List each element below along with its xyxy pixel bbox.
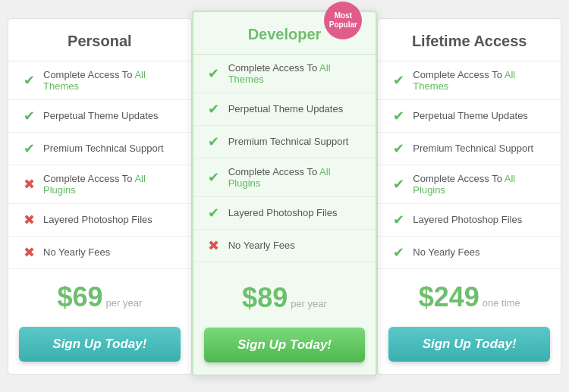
feature-row-plugins: ✔Complete Access To All Plugins	[193, 158, 376, 197]
feature-row-support: ✔Premium Technical Support	[378, 133, 561, 165]
plan-personal-price: $69per year	[8, 269, 191, 321]
feature-row-updates: ✔Perpetual Theme Updates	[8, 100, 191, 133]
check-icon: ✔	[390, 108, 407, 124]
feature-text-themes: Complete Access To All Themes	[43, 69, 179, 92]
feature-row-plugins: ✖Complete Access To All Plugins	[8, 165, 191, 204]
check-icon: ✔	[390, 244, 407, 261]
feature-text-themes: Complete Access To All Themes	[413, 69, 549, 92]
check-icon: ✔	[20, 108, 37, 124]
check-icon: ✔	[390, 72, 407, 89]
plan-personal: Personal✔Complete Access To All Themes✔P…	[8, 18, 192, 375]
feature-text-photoshop: Layered Photoshop Files	[228, 207, 338, 218]
price-period: per year	[291, 298, 327, 309]
plan-lifetime-price: $249one time	[378, 269, 561, 321]
feature-row-themes: ✔Complete Access To All Themes	[193, 55, 376, 93]
feature-row-themes: ✔Complete Access To All Themes	[8, 61, 191, 100]
check-icon: ✔	[390, 212, 407, 228]
feature-row-themes: ✔Complete Access To All Themes	[378, 61, 561, 100]
check-icon: ✔	[390, 176, 407, 193]
feature-text-themes: Complete Access To All Themes	[228, 62, 364, 85]
signup-button-developer[interactable]: Sign Up Today!	[204, 328, 366, 362]
pricing-container: Personal✔Complete Access To All Themes✔P…	[0, 11, 569, 382]
plan-developer: DeveloperMost Popular✔Complete Access To…	[192, 11, 378, 376]
signup-button-personal[interactable]: Sign Up Today!	[19, 327, 181, 362]
feature-text-updates: Perpetual Theme Updates	[413, 110, 528, 121]
feature-text-plugins: Complete Access To All Plugins	[413, 173, 549, 196]
plan-lifetime-features: ✔Complete Access To All Themes✔Perpetual…	[378, 61, 561, 269]
price-period: per year	[106, 297, 143, 309]
feature-row-fees: ✖No Yearly Fees	[193, 230, 376, 262]
feature-text-fees: No Yearly Fees	[43, 246, 110, 258]
plan-developer-price: $89per year	[193, 270, 376, 321]
price-amount: $89	[242, 282, 288, 313]
feature-text-plugins: Complete Access To All Plugins	[43, 173, 179, 196]
check-icon: ✔	[390, 140, 407, 157]
feature-row-plugins: ✔Complete Access To All Plugins	[378, 165, 561, 204]
price-amount: $249	[419, 281, 479, 312]
cross-icon: ✖	[20, 176, 37, 193]
feature-text-support: Premium Technical Support	[228, 136, 349, 147]
check-icon: ✔	[206, 65, 222, 82]
check-icon: ✔	[206, 133, 222, 150]
price-period: one time	[483, 297, 520, 309]
feature-row-photoshop: ✖Layered Photoshop Files	[8, 204, 191, 237]
feature-text-support: Premium Technical Support	[43, 143, 164, 154]
feature-row-fees: ✔No Yearly Fees	[378, 237, 561, 269]
check-icon: ✔	[20, 72, 37, 89]
price-amount: $69	[57, 281, 102, 312]
feature-row-photoshop: ✔Layered Photoshop Files	[193, 197, 376, 230]
feature-row-updates: ✔Perpetual Theme Updates	[378, 100, 561, 133]
feature-row-fees: ✖No Yearly Fees	[8, 237, 191, 269]
plan-developer-features: ✔Complete Access To All Themes✔Perpetual…	[193, 55, 376, 270]
check-icon: ✔	[20, 140, 37, 157]
plan-lifetime: Lifetime Access✔Complete Access To All T…	[377, 18, 561, 375]
feature-text-photoshop: Layered Photoshop Files	[413, 214, 522, 225]
cross-icon: ✖	[206, 237, 222, 254]
feature-text-support: Premium Technical Support	[413, 143, 533, 154]
feature-text-photoshop: Layered Photoshop Files	[43, 214, 152, 225]
most-popular-badge: Most Popular	[324, 2, 362, 39]
signup-button-lifetime[interactable]: Sign Up Today!	[388, 327, 550, 362]
plan-personal-features: ✔Complete Access To All Themes✔Perpetual…	[8, 61, 191, 269]
cross-icon: ✖	[20, 244, 37, 261]
feature-text-fees: No Yearly Fees	[228, 240, 295, 251]
plan-lifetime-header: Lifetime Access	[378, 19, 561, 61]
feature-text-updates: Perpetual Theme Updates	[228, 103, 344, 114]
feature-row-support: ✔Premium Technical Support	[8, 133, 191, 165]
feature-text-updates: Perpetual Theme Updates	[43, 110, 159, 121]
plan-personal-header: Personal	[8, 19, 191, 61]
check-icon: ✔	[206, 169, 222, 186]
cross-icon: ✖	[20, 212, 37, 228]
feature-row-support: ✔Premium Technical Support	[193, 126, 376, 158]
check-icon: ✔	[206, 205, 222, 221]
feature-text-fees: No Yearly Fees	[413, 246, 479, 258]
feature-row-updates: ✔Perpetual Theme Updates	[193, 93, 376, 126]
feature-text-plugins: Complete Access To All Plugins	[228, 166, 364, 189]
feature-row-photoshop: ✔Layered Photoshop Files	[378, 204, 561, 237]
check-icon: ✔	[206, 101, 222, 118]
plan-developer-header: DeveloperMost Popular	[193, 12, 376, 55]
